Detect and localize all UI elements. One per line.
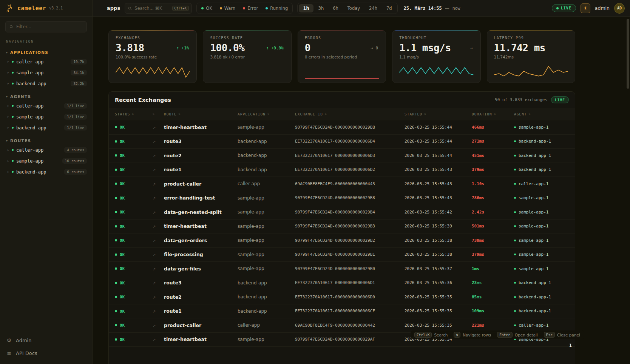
sidebar-item-backend-app[interactable]: ▸backend-app1/1 live — [0, 122, 92, 133]
card-accent-bar — [109, 31, 196, 31]
table-row[interactable]: OK↗data-gen-nested-splitsample-app90799F… — [109, 205, 575, 220]
sidebar-item-backend-app[interactable]: ▸backend-app6 routes — [0, 166, 92, 177]
column-header-started[interactable]: STARTED⇅ — [405, 112, 472, 116]
sidebar-footer-api-docs[interactable]: ≡API Docs — [0, 347, 92, 359]
time-range-6h[interactable]: 6h — [329, 4, 343, 12]
agent-name: sample-app-1 — [519, 266, 548, 271]
table-row[interactable]: OK↗route1backend-appEE7322370A10617-0000… — [109, 304, 575, 319]
item-label: caller-app — [16, 103, 43, 109]
scrollbar-thumb[interactable] — [627, 19, 629, 89]
table-row[interactable]: OK↗timer-heartbeatsample-app90799F47E6CD… — [109, 220, 575, 234]
time-range-today[interactable]: Today — [343, 4, 364, 12]
started-timestamp: 2026-03-25 15:55:35 — [405, 309, 472, 313]
table-row[interactable]: OK↗route3backend-appEE7322370A10617-0000… — [109, 276, 575, 290]
table-row[interactable]: OK↗error-handling-testsample-app90799F47… — [109, 191, 575, 206]
open-exchange-icon[interactable]: ↗ — [153, 309, 156, 313]
application-name: backend-app — [238, 167, 295, 172]
status-filter-warn[interactable]: Warn — [216, 4, 239, 12]
open-exchange-icon[interactable]: ↗ — [153, 253, 156, 257]
exchange-id: EE7322370A10617-00000000000006D1 — [295, 280, 405, 285]
section-header-applications[interactable]: ▾APPLICATIONS — [0, 49, 92, 56]
open-exchange-icon[interactable]: ↗ — [153, 168, 156, 172]
sidebar-item-caller-app[interactable]: ▸caller-app10.7k — [0, 56, 92, 67]
sidebar-filter[interactable] — [5, 21, 87, 32]
table-row[interactable]: OK↗route3backend-appEE7322370A10617-0000… — [109, 135, 575, 149]
table-row[interactable]: OK↗timer-heartbeatsample-app90799F47E6CD… — [109, 120, 575, 135]
status-filter-running[interactable]: Running — [262, 4, 291, 12]
admin-icon: ⚙ — [6, 337, 12, 343]
agent-status-dot — [514, 155, 516, 157]
theme-toggle-button[interactable]: ☀ — [581, 3, 590, 13]
column-header-duration[interactable]: DURATION⇅ — [472, 112, 514, 116]
sidebar-item-caller-app[interactable]: ▸caller-app1/1 live — [0, 100, 92, 111]
table-row[interactable]: OK↗data-gen-filessample-app90799F47E6CD2… — [109, 262, 575, 276]
open-exchange-icon[interactable]: ↗ — [153, 196, 156, 200]
live-toggle[interactable]: LIVE — [552, 4, 576, 12]
stat-card-errors: ERRORS0→ 00 errors in selected period — [298, 30, 386, 83]
open-exchange-icon[interactable]: ↗ — [153, 126, 156, 130]
time-range-24h[interactable]: 24h — [365, 4, 381, 12]
filter-input[interactable] — [16, 24, 83, 29]
open-exchange-icon[interactable]: ↗ — [153, 295, 156, 299]
sidebar-item-sample-app[interactable]: ▸sample-app16 routes — [0, 155, 92, 166]
card-value-row: 0→ 0 — [305, 42, 379, 54]
kbd-key: ⇅ — [454, 332, 460, 338]
open-exchange-icon[interactable]: ↗ — [153, 239, 156, 243]
app-version: v3.2.1 — [49, 6, 63, 10]
sidebar-item-sample-app[interactable]: ▸sample-app84.1k — [0, 67, 92, 78]
agent-cell: backend-app-1 — [514, 167, 569, 172]
section-header-agents[interactable]: ▾AGENTS — [0, 93, 92, 100]
agent-status-dot — [514, 310, 516, 312]
column-header-route[interactable]: ROUTE⇅ — [164, 112, 238, 116]
time-range-3h[interactable]: 3h — [314, 4, 328, 12]
global-search[interactable]: Ctrl+K — [125, 3, 192, 14]
status-filter-ok[interactable]: OK — [198, 4, 216, 12]
search-input[interactable] — [134, 6, 170, 11]
duration-value: 379ms — [472, 252, 514, 257]
sidebar-item-sample-app[interactable]: ▸sample-app1/1 live — [0, 111, 92, 122]
table-row[interactable]: OK↗route2backend-appEE7322370A10617-0000… — [109, 290, 575, 304]
table-row[interactable]: OK↗route1backend-appEE7322370A10617-0000… — [109, 163, 575, 177]
hint-label: Open detail — [515, 333, 538, 337]
hint-label: Close panel — [557, 333, 580, 337]
duration-value: 451ms — [472, 153, 514, 158]
card-value: 11.742 ms — [494, 42, 545, 54]
pagination-page[interactable]: 1 — [569, 343, 572, 348]
time-range-7d[interactable]: 7d — [382, 4, 396, 12]
column-header-agent[interactable]: AGENT⇅ — [514, 112, 569, 116]
table-row[interactable]: OK↗product-callercaller-app69AC90BF8EBC4… — [109, 177, 575, 191]
avatar[interactable]: AD — [614, 3, 625, 14]
column-header-exchange-id[interactable]: EXCHANGE ID⇅ — [295, 112, 405, 116]
application-name: backend-app — [238, 309, 295, 314]
open-exchange-icon[interactable]: ↗ — [153, 267, 156, 271]
time-range-1h[interactable]: 1h — [299, 4, 313, 12]
route-name: product-caller — [164, 181, 238, 187]
table-row[interactable]: OK↗route2backend-appEE7322370A10617-0000… — [109, 149, 575, 163]
section-header-routes[interactable]: ▾ROUTES — [0, 137, 92, 144]
open-exchange-icon[interactable]: ↗ — [153, 324, 156, 328]
row-action-cell: ↗ — [153, 323, 164, 328]
sidebar-footer-admin[interactable]: ⚙Admin — [0, 334, 92, 347]
open-exchange-icon[interactable]: ↗ — [153, 154, 156, 158]
card-subtext: 100.0% success rate — [116, 55, 190, 59]
table-row[interactable]: OK↗data-gen-orderssample-app90799F47E6CD… — [109, 233, 575, 248]
filter-label: OK — [206, 6, 212, 11]
exchange-id: 90799F47E6CD24D-00000000000029B4 — [295, 210, 405, 215]
column-header-icon[interactable]: ⇅ — [153, 112, 164, 116]
open-exchange-icon[interactable]: ↗ — [153, 338, 156, 342]
status-cell: OK — [115, 323, 153, 327]
status-dot — [12, 160, 14, 162]
status-filter-error[interactable]: Error — [239, 4, 261, 12]
open-exchange-icon[interactable]: ↗ — [153, 182, 156, 186]
open-exchange-icon[interactable]: ↗ — [153, 140, 156, 144]
open-exchange-icon[interactable]: ↗ — [153, 210, 156, 215]
sidebar-item-caller-app[interactable]: ▸caller-app4 routes — [0, 144, 92, 155]
application-name: sample-app — [238, 124, 295, 130]
table-row[interactable]: OK↗file-processingsample-app90799F47E6CD… — [109, 248, 575, 262]
column-header-application[interactable]: APPLICATION⇅ — [238, 112, 295, 116]
sidebar-item-backend-app[interactable]: ▸backend-app32.2k — [0, 78, 92, 89]
column-header-status[interactable]: STATUS⇅ — [115, 112, 153, 116]
open-exchange-icon[interactable]: ↗ — [153, 281, 156, 285]
open-exchange-icon[interactable]: ↗ — [153, 224, 156, 229]
agent-cell: sample-app-1 — [514, 125, 569, 130]
